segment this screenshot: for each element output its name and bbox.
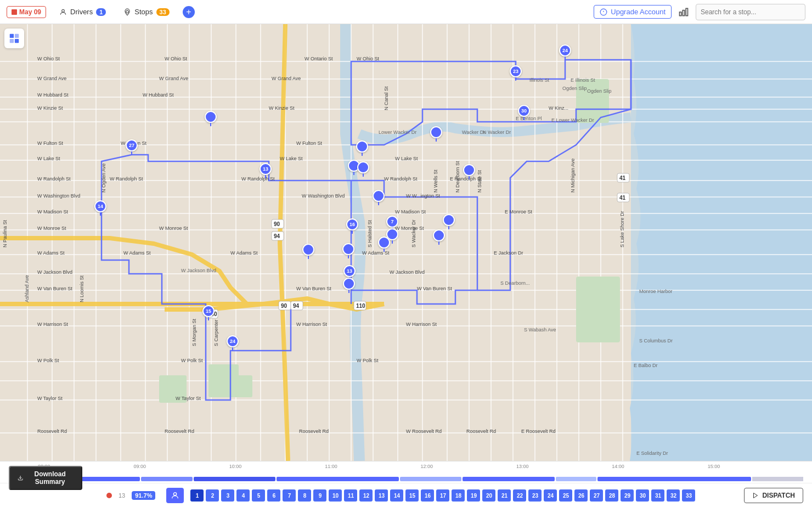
driver-tab[interactable]: 7 — [283, 489, 296, 502]
map-pin[interactable] — [443, 214, 455, 229]
map-pin[interactable]: 14 — [94, 200, 106, 216]
driver-tab[interactable]: 33 — [682, 489, 695, 502]
driver-tab[interactable]: 26 — [574, 489, 588, 502]
driver-tab[interactable]: 12 — [359, 489, 373, 502]
map-pin[interactable]: 23 — [510, 65, 522, 81]
map-pin[interactable] — [342, 243, 354, 258]
svg-text:N Paulina St: N Paulina St — [2, 219, 8, 247]
driver-tab[interactable]: 30 — [636, 489, 649, 502]
svg-text:W W...ington St: W W...ington St — [406, 193, 441, 199]
svg-text:Roosevelt Rd: Roosevelt Rd — [466, 429, 496, 434]
mode-toggle[interactable] — [166, 488, 184, 503]
svg-text:N State St: N State St — [477, 170, 482, 193]
app-logo[interactable] — [4, 29, 24, 48]
timeline-track-4[interactable] — [277, 477, 399, 481]
driver-tab[interactable]: 22 — [513, 489, 526, 502]
driver-tab[interactable]: 29 — [621, 489, 634, 502]
svg-text:W Jackson Blvd: W Jackson Blvd — [390, 269, 425, 275]
timeline-track-6[interactable] — [463, 477, 555, 481]
map-pin[interactable] — [356, 140, 368, 156]
driver-tab[interactable]: 28 — [605, 489, 618, 502]
driver-tab[interactable]: 3 — [221, 489, 234, 502]
svg-text:W Randolph St: W Randolph St — [384, 176, 418, 182]
svg-text:W Harrison St: W Harrison St — [296, 322, 328, 327]
driver-tabs-list: 1234567891011121314151617181920212223242… — [190, 489, 737, 502]
hour-09: 09:00 — [133, 464, 229, 469]
driver-tab[interactable]: 5 — [252, 489, 265, 502]
map-pin[interactable] — [430, 126, 442, 142]
timeline-track-2[interactable] — [141, 477, 192, 481]
driver-tab[interactable]: 8 — [298, 489, 311, 502]
driver-tab[interactable]: 13 — [375, 489, 388, 502]
driver-tab[interactable]: 11 — [344, 489, 357, 502]
svg-text:W Washington Blvd: W Washington Blvd — [37, 193, 80, 199]
download-summary-button[interactable]: Download Summary — [9, 466, 82, 490]
driver-tab[interactable]: 25 — [559, 489, 572, 502]
stops-nav[interactable]: Stops 33 — [119, 5, 174, 18]
svg-point-1 — [126, 10, 129, 13]
svg-text:Roosevelt Rd: Roosevelt Rd — [165, 429, 194, 434]
svg-text:N Ogden Ave: N Ogden Ave — [101, 164, 106, 193]
svg-text:N Loomis St: N Loomis St — [79, 275, 84, 302]
driver-tab[interactable]: 2 — [206, 489, 219, 502]
driver-tab[interactable]: 14 — [390, 489, 403, 502]
map-pin[interactable]: 24 — [227, 335, 239, 351]
svg-text:E Roosevelt Rd: E Roosevelt Rd — [521, 429, 556, 434]
timeline-track-3[interactable] — [194, 477, 275, 481]
map-pin[interactable]: 15 — [202, 305, 215, 320]
add-stop-button[interactable]: + — [183, 6, 195, 18]
svg-text:W Monroe St: W Monroe St — [395, 226, 424, 231]
map-pin[interactable]: 24 — [559, 44, 571, 60]
timeline-track-7[interactable] — [556, 477, 597, 481]
driver-tab[interactable]: 10 — [329, 489, 342, 502]
map-pin[interactable] — [378, 236, 390, 252]
map-pin[interactable] — [205, 111, 217, 126]
driver-tab[interactable]: 32 — [667, 489, 680, 502]
map-pin[interactable] — [373, 190, 385, 205]
svg-text:N Canal St: N Canal St — [384, 86, 389, 110]
driver-tab[interactable]: 6 — [267, 489, 280, 502]
search-box[interactable] — [696, 4, 805, 20]
driver-tab[interactable]: 19 — [467, 489, 480, 502]
upgrade-account-button[interactable]: Upgrade Account — [594, 5, 672, 19]
driver-tab[interactable]: 16 — [421, 489, 434, 502]
svg-text:W Kinzie St: W Kinzie St — [37, 105, 63, 111]
dispatch-button[interactable]: DISPATCH — [744, 488, 803, 503]
svg-text:W Van Buren St: W Van Buren St — [37, 286, 72, 291]
map-pin[interactable] — [463, 164, 475, 179]
driver-tab[interactable]: 20 — [482, 489, 495, 502]
map-container[interactable]: W Ohio St W Ohio St W Ontario St W Ohio … — [0, 24, 812, 461]
driver-tab[interactable]: 31 — [651, 489, 664, 502]
driver-tab[interactable]: 27 — [590, 489, 603, 502]
map-pin[interactable] — [433, 229, 445, 245]
driver-tab[interactable]: 18 — [452, 489, 465, 502]
dispatch-icon — [752, 492, 759, 499]
timeline-tracks[interactable] — [38, 477, 803, 481]
driver-tab[interactable]: 24 — [544, 489, 557, 502]
stats-icon[interactable] — [678, 7, 689, 18]
drivers-nav[interactable]: Drivers 1 — [55, 5, 110, 18]
driver-tab[interactable]: 4 — [236, 489, 250, 502]
svg-text:W Grand Ave: W Grand Ave — [272, 76, 301, 81]
map-pin[interactable]: 13 — [260, 163, 272, 178]
map-pin[interactable]: 16 — [346, 218, 358, 234]
date-badge[interactable]: May 09 — [7, 6, 46, 18]
download-summary-label: Download Summary — [26, 470, 74, 486]
driver-tab[interactable]: 21 — [498, 489, 511, 502]
map-pin[interactable] — [357, 161, 369, 177]
svg-text:E Illinois St: E Illinois St — [571, 77, 595, 83]
map-pin[interactable]: 30 — [518, 105, 530, 120]
map-pin[interactable] — [343, 278, 355, 293]
timeline-track-5[interactable] — [400, 477, 461, 481]
driver-tab[interactable]: 17 — [436, 489, 449, 502]
map-pin[interactable]: 27 — [126, 139, 138, 155]
map-pin[interactable] — [302, 244, 314, 259]
timeline-track-8[interactable] — [597, 477, 751, 481]
svg-text:W Ohio St: W Ohio St — [37, 56, 60, 61]
driver-tab[interactable]: 23 — [528, 489, 542, 502]
driver-tab[interactable]: 15 — [405, 489, 419, 502]
svg-text:W Adams St: W Adams St — [123, 250, 151, 256]
driver-tab[interactable]: 9 — [313, 489, 326, 502]
search-input[interactable] — [701, 8, 800, 16]
driver-tab[interactable]: 1 — [190, 489, 204, 502]
